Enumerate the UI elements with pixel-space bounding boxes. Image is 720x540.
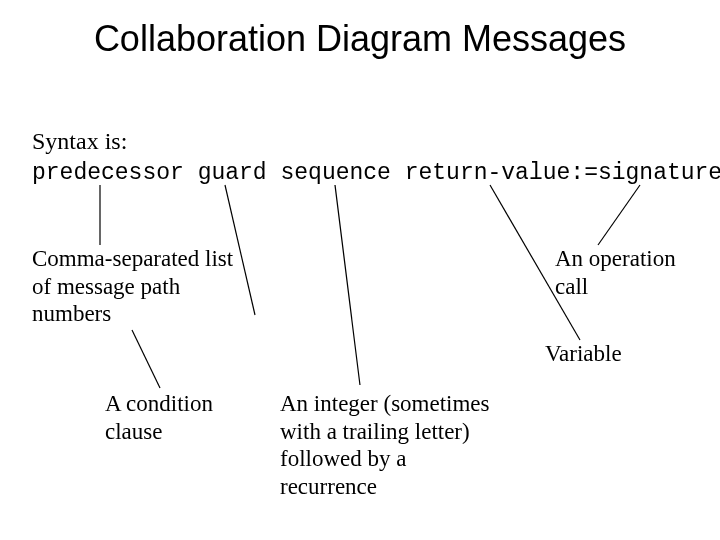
line-sequence [335,185,360,385]
token-return-value: return-value [405,160,571,186]
annotation-guard: A condition clause [105,390,245,445]
line-guard-extra [132,330,160,388]
token-signature: signature [598,160,720,186]
annotation-signature: An operation call [555,245,695,300]
annotation-return-value: Variable [545,340,622,368]
page-title: Collaboration Diagram Messages [0,18,720,60]
token-sequence: sequence [280,160,390,186]
line-signature [598,185,640,245]
token-assign: := [570,160,598,186]
annotation-sequence: An integer (sometimes with a trailing le… [280,390,510,500]
slide: Collaboration Diagram Messages Syntax is… [0,0,720,540]
annotation-predecessor: Comma-separated list of message path num… [32,245,262,328]
token-guard: guard [198,160,267,186]
token-predecessor: predecessor [32,160,184,186]
syntax-is-label: Syntax is: [32,128,127,155]
syntax-expression: predecessor guard sequence return-value:… [32,160,720,186]
